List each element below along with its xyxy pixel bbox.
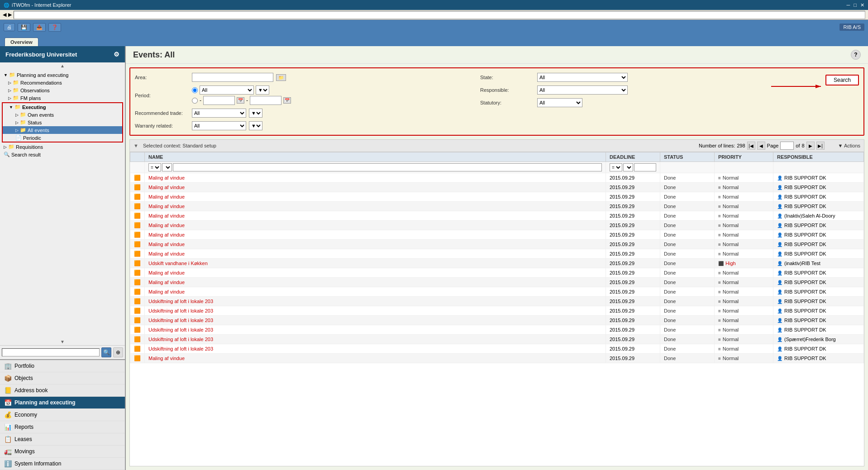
nav-item-portfolio[interactable]: 🏢 Portfolio xyxy=(0,360,125,372)
row-name-link[interactable]: Maling af vindue xyxy=(148,356,185,361)
sidebar-expand-button[interactable]: ⊕ xyxy=(113,347,123,357)
row-name-link[interactable]: Maling af vindue xyxy=(148,185,185,190)
row-name-link[interactable]: Maling af vindue xyxy=(148,204,185,209)
search-button[interactable]: Search xyxy=(825,75,859,85)
row-name-link[interactable]: Udskiftning af loft i lokale 203 xyxy=(148,318,213,323)
nav-item-reports[interactable]: 📊 Reports xyxy=(0,421,125,433)
area-input[interactable]: - xyxy=(192,73,273,82)
period-end-input[interactable] xyxy=(250,96,281,105)
row-name-link[interactable]: Udskiftning af loft i lokale 203 xyxy=(148,346,213,351)
state-select[interactable]: All Active Done Cancelled xyxy=(537,73,628,82)
period-start-calendar[interactable]: 📅 xyxy=(237,97,244,104)
row-name-link[interactable]: Maling af vindue xyxy=(148,270,185,275)
export-button[interactable]: 📤 xyxy=(33,23,46,32)
prev-page-button[interactable]: ◀ xyxy=(757,142,765,150)
row-name-link[interactable]: Udskift vandhane i Køkken xyxy=(148,261,208,266)
row-name-link[interactable]: Udskiftning af loft i lokale 203 xyxy=(148,337,213,342)
minimize-icon[interactable]: ─ xyxy=(847,2,850,8)
responsible-icon: 👤 xyxy=(777,299,782,304)
tab-overview[interactable]: Overview xyxy=(5,38,38,46)
row-name-link[interactable]: Maling af vindue xyxy=(148,251,185,256)
context-filter-icon[interactable]: ▼ xyxy=(134,143,138,148)
warranty-sub-select[interactable]: ▼ xyxy=(249,121,262,130)
sidebar-search-button[interactable]: 🔍 xyxy=(101,347,111,357)
col-name[interactable]: NAME xyxy=(145,152,606,162)
table-scroll[interactable]: NAME DEADLINE STATUS PRIORITY RESPONSIBL… xyxy=(130,152,864,466)
period-all-select[interactable]: All xyxy=(200,85,254,95)
expand-icon: ▼ xyxy=(4,73,8,77)
row-name-link[interactable]: Maling af vindue xyxy=(148,175,185,180)
area-picker-button[interactable]: 📁 xyxy=(276,74,286,81)
col-priority[interactable]: PRIORITY xyxy=(715,152,773,162)
deadline-filter-dir[interactable]: ▼ xyxy=(623,163,633,171)
sidebar-settings-icon[interactable]: ⚙ xyxy=(114,51,119,58)
sidebar-item-ownevents[interactable]: ▷ 📁 Own events xyxy=(3,111,122,119)
back-icon[interactable]: ◀ xyxy=(3,12,6,18)
nav-item-objects[interactable]: 📦 Objects xyxy=(0,372,125,385)
row-name-link[interactable]: Udskiftning af loft i lokale 203 xyxy=(148,327,213,332)
maximize-icon[interactable]: □ xyxy=(854,2,857,8)
sidebar-item-allevents[interactable]: ▷ 📁 All events xyxy=(3,126,122,134)
name-filter-op[interactable]: = xyxy=(148,163,161,171)
url-input[interactable]: http://iTwo.fm/corefmareal/servlet/CoreF… xyxy=(14,11,865,19)
sidebar-item-recommendations[interactable]: ▷ 📁 Recommendations xyxy=(2,79,123,86)
responsible-select[interactable]: All xyxy=(537,85,628,95)
nav-item-addressbook[interactable]: 📒 Address book xyxy=(0,385,125,397)
next-page-button[interactable]: ▶ xyxy=(806,142,815,150)
name-filter-input[interactable] xyxy=(173,163,602,171)
nav-item-leases[interactable]: 📋 Leases xyxy=(0,433,125,446)
scroll-up-icon[interactable]: ▲ xyxy=(60,63,65,68)
row-name-cell: Maling af vindue xyxy=(145,202,606,211)
row-name-link[interactable]: Maling af vindue xyxy=(148,280,185,285)
deadline-filter-input[interactable] xyxy=(634,163,656,171)
period-start-input[interactable] xyxy=(203,96,235,105)
rec-trade-select[interactable]: All xyxy=(192,109,246,118)
print-button[interactable]: 🖨 xyxy=(4,23,15,31)
nav-item-movings[interactable]: 🚛 Movings xyxy=(0,446,125,458)
col-deadline[interactable]: DEADLINE xyxy=(606,152,660,162)
row-name-link[interactable]: Udskiftning af loft i lokale 203 xyxy=(148,308,213,313)
sidebar-item-status[interactable]: ▷ 📁 Status xyxy=(3,119,122,126)
scroll-down-icon[interactable]: ▼ xyxy=(60,339,65,344)
col-responsible[interactable]: RESPONSIBLE xyxy=(773,152,864,162)
name-filter-dir[interactable]: ▼ xyxy=(162,163,172,171)
row-name-link[interactable]: Maling af vindue xyxy=(148,223,185,228)
row-name-link[interactable]: Maling af vindue xyxy=(148,232,185,237)
sidebar-item-observations[interactable]: ▷ 📁 Observations xyxy=(2,86,123,94)
row-name-link[interactable]: Maling af vindue xyxy=(148,289,185,294)
nav-item-economy[interactable]: 💰 Economy xyxy=(0,409,125,421)
row-name-link[interactable]: Maling af vindue xyxy=(148,242,185,247)
warranty-select[interactable]: All xyxy=(192,121,246,130)
last-page-button[interactable]: ▶| xyxy=(816,142,825,150)
period-sub-select[interactable]: ▼ xyxy=(256,85,269,95)
save-button[interactable]: 💾 xyxy=(18,23,30,32)
page-input[interactable]: 1 xyxy=(780,142,794,150)
first-page-button[interactable]: |◀ xyxy=(747,142,755,150)
period-all-radio[interactable] xyxy=(192,87,198,93)
forward-icon[interactable]: ▶ xyxy=(8,12,12,18)
row-name-link[interactable]: Maling af vindue xyxy=(148,194,185,199)
sidebar-search-input[interactable] xyxy=(2,348,100,356)
row-status-cell: Done xyxy=(660,354,715,363)
sidebar-item-requisitions[interactable]: ▷ 📁 Requisitions xyxy=(2,143,123,151)
row-name-link[interactable]: Maling af vindue xyxy=(148,213,185,218)
statutory-select[interactable]: All xyxy=(537,98,582,107)
period-end-calendar[interactable]: 📅 xyxy=(283,97,291,104)
col-status[interactable]: STATUS xyxy=(660,152,715,162)
sidebar-item-fmplans[interactable]: ▷ 📁 FM plans xyxy=(2,94,123,102)
sidebar-item-periodic[interactable]: 📄 Periodic xyxy=(3,134,122,142)
sidebar-item-executing[interactable]: ▼ 📁 Executing xyxy=(3,103,122,111)
close-icon[interactable]: ✕ xyxy=(860,2,864,8)
row-deadline: 2015.09.29 xyxy=(610,261,634,266)
row-name-link[interactable]: Udskiftning af loft i lokale 203 xyxy=(148,299,213,304)
deadline-filter-op[interactable]: = xyxy=(610,163,622,171)
actions-button[interactable]: ▼ Actions xyxy=(838,143,860,148)
nav-item-planning[interactable]: 📅 Planning and executing xyxy=(0,397,125,409)
rec-trade-sub-select[interactable]: ▼ xyxy=(249,109,262,118)
period-range-radio[interactable] xyxy=(192,98,198,104)
nav-item-sysinfo[interactable]: ℹ️ System Information xyxy=(0,458,125,470)
help-toolbar-button[interactable]: ❓ xyxy=(48,23,61,32)
sidebar-item-searchresult[interactable]: 🔍 Search result xyxy=(2,151,123,158)
sidebar-item-planning[interactable]: ▼ 📁 Planning and executing xyxy=(2,71,123,79)
help-button[interactable]: ? xyxy=(851,50,861,60)
